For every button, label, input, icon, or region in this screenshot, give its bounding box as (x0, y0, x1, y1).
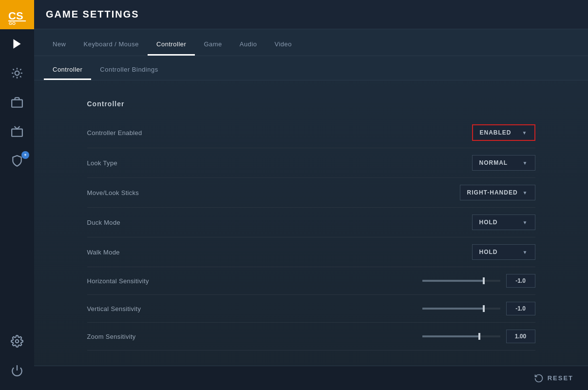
tab-new[interactable]: New (44, 34, 75, 56)
chevron-down-icon: ▼ (523, 190, 528, 195)
vertical-sensitivity-value: -1.0 (506, 302, 535, 315)
slider-fill (422, 280, 483, 282)
walk-mode-dropdown[interactable]: HOLD ▼ (472, 244, 535, 260)
page-title: GAME SETTINGS (46, 9, 139, 20)
duck-mode-label: Duck Mode (87, 219, 120, 226)
look-type-control: NORMAL ▼ (472, 155, 535, 171)
move-look-sticks-control: RIGHT-HANDED ▼ (460, 185, 535, 200)
svg-rect-15 (12, 129, 22, 136)
tab-game[interactable]: Game (195, 34, 230, 56)
header: GAME SETTINGS (34, 0, 588, 29)
horizontal-sensitivity-row: Horizontal Sensitivity -1.0 (87, 267, 535, 295)
app-logo: CS GO (0, 0, 34, 29)
slider-fill (422, 308, 483, 310)
horizontal-sensitivity-control: -1.0 (422, 274, 535, 288)
subtab-controller[interactable]: Controller (44, 60, 91, 80)
prime-badge: + (21, 151, 29, 159)
svg-line-12 (20, 69, 21, 70)
controller-enabled-control: ENABLED ▼ (472, 124, 535, 141)
reset-label: RESET (548, 374, 573, 382)
controller-enabled-row: Controller Enabled ENABLED ▼ (87, 117, 535, 148)
sidebar-item-tv[interactable] (0, 117, 34, 146)
controller-settings-group: Controller Controller Enabled ENABLED ▼ … (87, 95, 535, 366)
chevron-down-icon: ▼ (523, 250, 528, 255)
duck-mode-control: HOLD ▼ (472, 214, 535, 230)
slider-thumb (478, 333, 480, 340)
controller-enabled-label: Controller Enabled (87, 129, 142, 136)
svg-line-10 (13, 69, 14, 70)
top-navigation: New Keyboard / Mouse Controller Game Aud… (34, 29, 588, 56)
subtab-controller-bindings[interactable]: Controller Bindings (91, 60, 167, 80)
move-look-sticks-dropdown[interactable]: RIGHT-HANDED ▼ (460, 185, 535, 200)
zoom-sensitivity-value: 1.00 (506, 330, 535, 343)
duck-mode-dropdown[interactable]: HOLD ▼ (472, 214, 535, 230)
horizontal-sensitivity-slider[interactable] (422, 280, 500, 282)
walk-mode-row: Walk Mode HOLD ▼ (87, 237, 535, 267)
walk-mode-control: HOLD ▼ (472, 244, 535, 260)
svg-point-16 (16, 340, 19, 343)
zoom-sensitivity-row: Zoom Sensitivity 1.00 (87, 323, 535, 351)
sidebar-item-power[interactable] (0, 356, 34, 385)
vertical-sensitivity-control: -1.0 (422, 302, 535, 315)
sidebar-item-play[interactable] (0, 29, 34, 58)
vertical-sensitivity-slider[interactable] (422, 308, 500, 310)
controller-section-title: Controller (87, 100, 535, 108)
look-type-dropdown[interactable]: NORMAL ▼ (472, 155, 535, 171)
move-look-sticks-row: Move/Look Sticks RIGHT-HANDED ▼ (87, 178, 535, 208)
svg-line-13 (13, 76, 14, 77)
sidebar-item-settings[interactable] (0, 327, 34, 356)
horizontal-sensitivity-value: -1.0 (506, 274, 535, 288)
sidebar-item-inventory[interactable] (0, 88, 34, 117)
zoom-sensitivity-slider[interactable] (422, 335, 500, 337)
slider-fill (422, 335, 478, 337)
svg-rect-14 (12, 100, 22, 107)
walk-mode-label: Walk Mode (87, 249, 120, 256)
sidebar-item-prime[interactable]: + (0, 146, 34, 176)
tab-video[interactable]: Video (266, 34, 301, 56)
chevron-down-icon: ▼ (523, 160, 528, 166)
svg-point-5 (15, 71, 19, 76)
horizontal-sensitivity-label: Horizontal Sensitivity (87, 277, 149, 285)
reset-button[interactable]: RESET (534, 373, 573, 383)
svg-line-11 (20, 76, 21, 77)
zoom-sensitivity-control: 1.00 (422, 330, 535, 343)
slider-thumb (483, 305, 485, 312)
move-look-sticks-label: Move/Look Sticks (87, 189, 139, 196)
look-type-label: Look Type (87, 159, 117, 167)
sidebar: CS GO (0, 0, 34, 390)
vertical-sensitivity-row: Vertical Sensitivity -1.0 (87, 295, 535, 323)
look-type-row: Look Type NORMAL ▼ (87, 148, 535, 178)
svg-text:GO: GO (9, 21, 16, 25)
vertical-sensitivity-label: Vertical Sensitivity (87, 305, 141, 312)
sub-navigation: Controller Controller Bindings (34, 56, 588, 80)
footer: RESET (34, 366, 588, 390)
tab-audio[interactable]: Audio (231, 34, 266, 56)
tab-keyboard-mouse[interactable]: Keyboard / Mouse (75, 34, 148, 56)
slider-thumb (483, 277, 485, 284)
tab-controller[interactable]: Controller (148, 34, 195, 56)
controller-enabled-dropdown[interactable]: ENABLED ▼ (472, 124, 535, 141)
settings-content: Controller Controller Enabled ENABLED ▼ … (34, 80, 588, 366)
chevron-down-icon: ▼ (523, 220, 528, 225)
svg-text:CS: CS (8, 10, 23, 22)
chevron-down-icon: ▼ (522, 130, 528, 136)
sidebar-item-watch[interactable] (0, 58, 34, 88)
zoom-sensitivity-label: Zoom Sensitivity (87, 333, 136, 340)
svg-marker-4 (13, 39, 20, 49)
main-content: GAME SETTINGS New Keyboard / Mouse Contr… (34, 0, 588, 390)
reset-icon (534, 373, 544, 383)
duck-mode-row: Duck Mode HOLD ▼ (87, 208, 535, 237)
